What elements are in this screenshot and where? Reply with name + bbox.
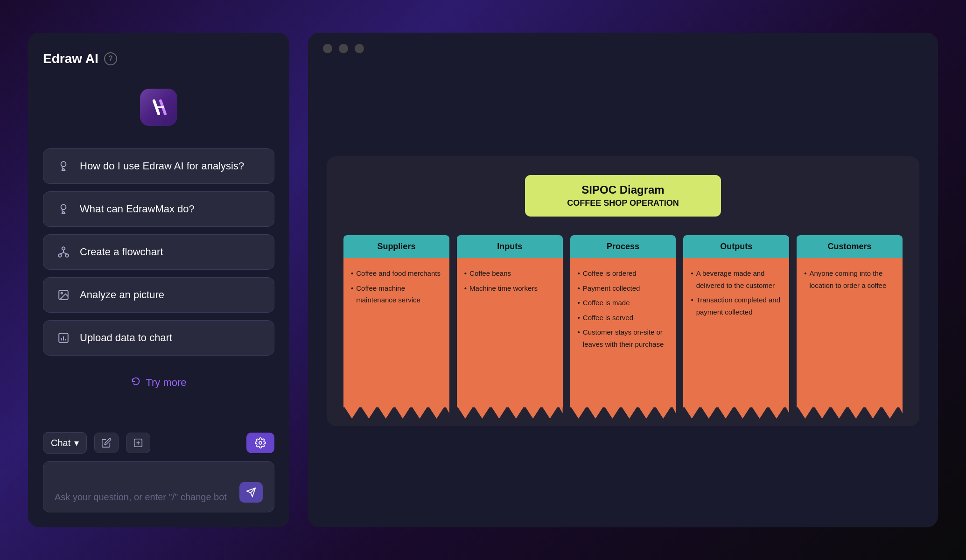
bullet-process-4: • Coffee is served [578,312,669,324]
sipoc-content-process: • Coffee is ordered • Payment collected … [578,267,669,350]
right-panel: SIPOC Diagram COFFEE SHOP OPERATION Supp… [308,33,938,527]
settings-icon-button[interactable] [246,433,274,453]
diagram-title-box: SIPOC Diagram COFFEE SHOP OPERATION [525,175,721,217]
menu-item-edrawmax-label: What can EdrawMax do? [80,203,195,215]
try-more-button[interactable]: Try more [43,367,274,399]
left-panel: Edraw AI ? How do I use Edraw AI for ana… [28,33,289,527]
svg-point-6 [65,254,69,257]
menu-item-flowchart-label: Create a flowchart [80,246,163,258]
sipoc-content-inputs: • Coffee beans • Machine time workers [464,267,555,294]
bullet-process-2: • Payment collected [578,282,669,294]
bullet-outputs-2: • Transaction completed and payment coll… [691,294,782,318]
logo-container [43,89,274,126]
menu-item-upload-chart-label: Upload data to chart [80,332,172,344]
sipoc-header-inputs: Inputs [457,235,563,258]
svg-point-11 [61,293,63,294]
bullet-suppliers-2: • Coffee machine maintenance service [351,282,442,306]
svg-point-19 [259,441,262,444]
sipoc-body-suppliers: • Coffee and food merchants • Coffee mac… [343,258,449,407]
sipoc-content-outputs: • A beverage made and delivered to the c… [691,267,782,318]
menu-item-analyze-picture-label: Analyze an picture [80,289,164,301]
window-dot-3 [355,44,364,53]
chat-mode-label: Chat [51,438,70,448]
app-title: Edraw AI [43,51,98,66]
window-dot-1 [323,44,332,53]
picture-icon [56,289,70,301]
diagram-container: SIPOC Diagram COFFEE SHOP OPERATION Supp… [327,156,919,426]
menu-item-edrawmax[interactable]: What can EdrawMax do? [43,191,274,227]
panel-header: Edraw AI ? [43,51,274,66]
menu-item-upload-chart[interactable]: Upload data to chart [43,320,274,356]
sipoc-body-outputs: • A beverage made and delivered to the c… [683,258,789,407]
diagram-area: SIPOC Diagram COFFEE SHOP OPERATION Supp… [308,64,938,527]
window-controls [308,33,938,64]
sipoc-body-inputs: • Coffee beans • Machine time workers [457,258,563,407]
sipoc-content-customers: • Anyone coming into the location to ord… [804,267,895,291]
bullet-inputs-2: • Machine time workers [464,282,555,294]
chat-mode-select[interactable]: Chat ▾ [43,432,87,454]
lightbulb-icon [56,160,70,172]
chart-icon [56,332,70,344]
sipoc-header-process: Process [570,235,676,258]
svg-point-2 [61,204,66,210]
chat-input-area[interactable]: Ask your question, or enter "/" change b… [43,461,274,512]
menu-item-analyze-picture[interactable]: Analyze an picture [43,277,274,313]
svg-line-9 [63,252,67,254]
menu-item-analysis-label: How do I use Edraw AI for analysis? [80,160,244,172]
sipoc-column-suppliers: Suppliers • Coffee and food merchants • … [343,235,449,407]
bullet-process-3: • Coffee is made [578,297,669,309]
edit-icon-button[interactable] [94,433,119,453]
sipoc-body-customers: • Anyone coming into the location to ord… [797,258,903,407]
bullet-suppliers-1: • Coffee and food merchants [351,267,442,280]
sipoc-column-customers: Customers • Anyone coming into the locat… [797,235,903,407]
chevron-down-icon: ▾ [74,437,79,448]
diagram-title-main: SIPOC Diagram [542,183,704,196]
try-more-label: Try more [146,377,186,389]
sipoc-column-process: Process • Coffee is ordered • Payment co… [570,235,676,407]
sipoc-header-customers: Customers [797,235,903,258]
bullet-outputs-1: • A beverage made and delivered to the c… [691,267,782,291]
sipoc-header-outputs: Outputs [683,235,789,258]
app-logo [140,89,177,126]
sipoc-column-outputs: Outputs • A beverage made and delivered … [683,235,789,407]
sipoc-body-process: • Coffee is ordered • Payment collected … [570,258,676,407]
sipoc-content-suppliers: • Coffee and food merchants • Coffee mac… [351,267,442,306]
sipoc-grid: Suppliers • Coffee and food merchants • … [343,235,903,407]
bullet-process-1: • Coffee is ordered [578,267,669,280]
sipoc-header-suppliers: Suppliers [343,235,449,258]
lightbulb2-icon [56,203,70,215]
svg-point-0 [61,161,66,167]
flowchart-icon [56,246,70,258]
svg-point-4 [62,247,65,250]
window-dot-2 [339,44,348,53]
menu-item-flowchart[interactable]: Create a flowchart [43,234,274,270]
add-icon-button[interactable] [126,433,150,453]
bullet-process-5: • Customer stays on-site or leaves with … [578,326,669,350]
chat-input-placeholder: Ask your question, or enter "/" change b… [55,492,239,503]
help-icon[interactable]: ? [104,52,117,65]
svg-point-5 [58,254,62,257]
svg-line-8 [60,252,63,254]
bullet-inputs-1: • Coffee beans [464,267,555,280]
chat-controls: Chat ▾ [43,432,274,454]
menu-item-analysis[interactable]: How do I use Edraw AI for analysis? [43,148,274,184]
diagram-title-sub: COFFEE SHOP OPERATION [542,198,704,208]
send-button[interactable] [239,482,263,503]
refresh-icon [131,376,141,389]
sipoc-column-inputs: Inputs • Coffee beans • Machine time wor… [457,235,563,407]
bullet-customers-1: • Anyone coming into the location to ord… [804,267,895,291]
bottom-bar: Chat ▾ [43,432,274,512]
